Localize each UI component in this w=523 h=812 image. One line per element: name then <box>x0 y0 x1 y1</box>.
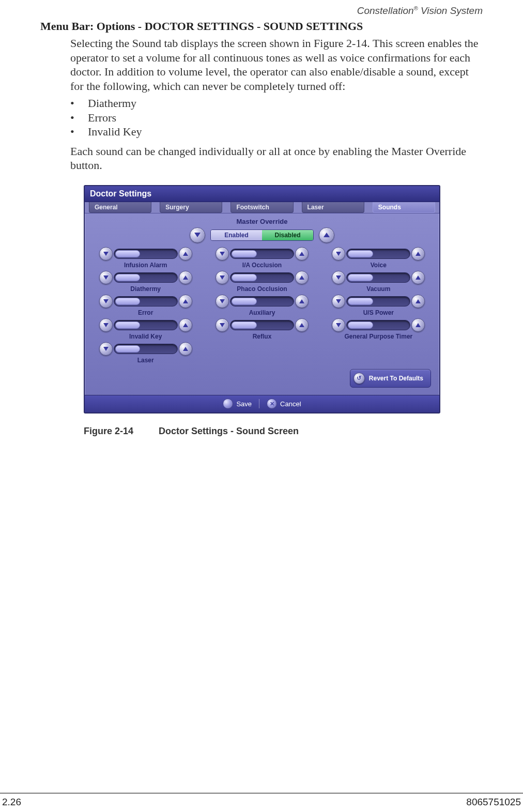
sound-control-invalid-key: Invalid Key <box>91 318 200 340</box>
increase-button-auxiliary[interactable] <box>295 295 309 308</box>
volume-slider-auxiliary[interactable] <box>230 296 294 307</box>
volume-slider-invalid-key[interactable] <box>114 320 178 330</box>
save-button[interactable]: Save <box>219 399 256 409</box>
figure-screenshot: Doctor Settings General Surgery Footswit… <box>84 185 483 413</box>
cancel-button[interactable]: ✕ Cancel <box>263 399 305 409</box>
volume-slider-voice[interactable] <box>346 249 410 259</box>
increase-button-reflux[interactable] <box>295 318 309 332</box>
decrease-button-phaco-occlusion[interactable] <box>216 271 229 284</box>
volume-fill <box>232 321 257 329</box>
decrease-button-auxiliary[interactable] <box>216 295 229 308</box>
sound-label-infusion-alarm: Infusion Alarm <box>124 262 167 269</box>
volume-slider-laser[interactable] <box>114 344 178 354</box>
decrease-button-u-s-power[interactable] <box>332 295 345 308</box>
volume-slider-infusion-alarm[interactable] <box>114 249 178 259</box>
chevron-down-icon <box>336 275 341 280</box>
increase-button-laser[interactable] <box>179 342 192 356</box>
sound-control-reflux: Reflux <box>207 318 316 340</box>
tab-laser[interactable]: Laser <box>302 202 364 213</box>
sound-label-diathermy: Diathermy <box>130 285 161 293</box>
volume-fill <box>348 250 373 257</box>
tab-surgery[interactable]: Surgery <box>160 202 222 213</box>
volume-fill <box>348 298 373 305</box>
chevron-up-icon <box>183 299 188 303</box>
sound-label-voice: Voice <box>371 262 387 269</box>
sound-control-i-a-occlusion: I/A Occlusion <box>207 247 316 269</box>
panel-title: Doctor Settings <box>85 186 439 202</box>
sound-control-infusion-alarm: Infusion Alarm <box>91 247 200 269</box>
volume-fill <box>232 298 257 305</box>
figure-number: Figure 2-14 <box>84 426 156 437</box>
sound-label-i-a-occlusion: I/A Occlusion <box>242 262 282 269</box>
increase-button-voice[interactable] <box>411 247 425 261</box>
chevron-down-icon <box>103 323 109 327</box>
decrease-button-laser[interactable] <box>99 342 113 356</box>
sound-grid: Infusion AlarmI/A OcclusionVoiceDiatherm… <box>91 247 433 364</box>
chevron-down-icon <box>220 323 225 327</box>
tab-footswitch[interactable]: Footswitch <box>230 202 293 213</box>
sound-control-auxiliary: Auxiliary <box>207 295 316 316</box>
volume-slider-i-a-occlusion[interactable] <box>230 249 294 259</box>
list-item: Diathermy <box>70 96 483 111</box>
increase-button-infusion-alarm[interactable] <box>179 247 192 261</box>
decrease-button-voice[interactable] <box>332 247 345 261</box>
decrease-button-error[interactable] <box>99 295 113 308</box>
decrease-button-reflux[interactable] <box>216 318 229 332</box>
volume-slider-vacuum[interactable] <box>346 272 410 283</box>
chevron-up-icon <box>299 323 304 327</box>
volume-slider-error[interactable] <box>114 296 178 307</box>
registered-mark: ® <box>414 5 418 11</box>
panel-footer: Save ✕ Cancel <box>85 395 439 412</box>
volume-slider-diathermy[interactable] <box>114 272 178 283</box>
sound-control-vacuum: Vacuum <box>324 271 433 293</box>
decrease-button-invalid-key[interactable] <box>99 318 113 332</box>
chevron-up-icon <box>299 275 304 280</box>
volume-slider-u-s-power[interactable] <box>346 296 410 307</box>
volume-slider-phaco-occlusion[interactable] <box>230 272 294 283</box>
decrease-button-general-purpose-timer[interactable] <box>332 318 345 332</box>
sound-label-laser: Laser <box>137 357 154 364</box>
volume-slider-general-purpose-timer[interactable] <box>346 320 410 330</box>
chevron-down-icon <box>103 299 109 303</box>
sound-label-general-purpose-timer: General Purpose Timer <box>344 333 412 340</box>
save-label: Save <box>236 400 252 408</box>
decrease-button-diathermy[interactable] <box>99 271 113 284</box>
sound-control-phaco-occlusion: Phaco Occlusion <box>207 271 316 293</box>
decrease-button-i-a-occlusion[interactable] <box>216 247 229 261</box>
sound-control-u-s-power: U/S Power <box>324 295 433 316</box>
increase-button-general-purpose-timer[interactable] <box>411 318 425 332</box>
chevron-up-icon <box>183 275 188 280</box>
volume-slider-reflux[interactable] <box>230 320 294 330</box>
sound-control-laser: Laser <box>91 342 200 364</box>
master-override-increase-button[interactable] <box>319 227 334 243</box>
increase-button-error[interactable] <box>179 295 192 308</box>
revert-label: Revert To Defaults <box>369 375 423 382</box>
volume-fill <box>115 321 141 329</box>
intro-paragraph: Selecting the Sound tab displays the scr… <box>70 36 483 93</box>
tab-general[interactable]: General <box>89 202 151 213</box>
increase-button-phaco-occlusion[interactable] <box>295 271 309 284</box>
header-product: Constellation® Vision System <box>40 5 483 17</box>
chevron-up-icon <box>183 347 188 351</box>
revert-defaults-button[interactable]: ↺ Revert To Defaults <box>350 369 431 388</box>
sound-control-general-purpose-timer: General Purpose Timer <box>324 318 433 340</box>
decrease-button-vacuum[interactable] <box>332 271 345 284</box>
increase-button-i-a-occlusion[interactable] <box>295 247 309 261</box>
cancel-label: Cancel <box>280 400 301 408</box>
sound-control-voice: Voice <box>324 247 433 269</box>
increase-button-invalid-key[interactable] <box>179 318 192 332</box>
increase-button-u-s-power[interactable] <box>411 295 425 308</box>
sound-label-vacuum: Vacuum <box>366 285 390 293</box>
volume-fill <box>115 298 141 305</box>
master-override-toggle[interactable]: Enabled Disabled <box>210 229 314 241</box>
tab-bar: General Surgery Footswitch Laser Sounds <box>85 202 439 213</box>
increase-button-vacuum[interactable] <box>411 271 425 284</box>
master-override-decrease-button[interactable] <box>190 227 205 243</box>
decrease-button-infusion-alarm[interactable] <box>99 247 113 261</box>
sound-control-error: Error <box>91 295 200 316</box>
volume-fill <box>115 345 141 353</box>
chevron-down-icon <box>336 299 341 303</box>
page-footer: 2.26 8065751025 <box>0 793 523 808</box>
tab-sounds[interactable]: Sounds <box>373 202 435 213</box>
increase-button-diathermy[interactable] <box>179 271 192 284</box>
